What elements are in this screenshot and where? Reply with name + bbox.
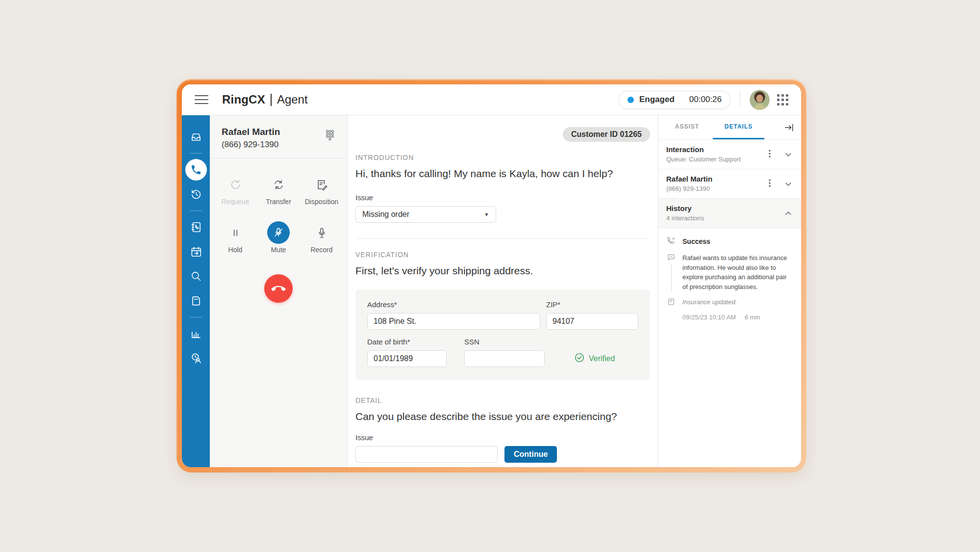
avatar[interactable] (750, 90, 770, 110)
hangup-icon (271, 281, 286, 296)
history-timeline: Success Rafael wants to update his insur… (658, 228, 801, 321)
transfer-button[interactable]: Transfer (257, 173, 300, 206)
calendar-export-icon (190, 245, 202, 258)
ssn-input[interactable] (464, 350, 545, 367)
introduction-section-label: INTRODUCTION (355, 154, 650, 161)
app-name: RingCX (222, 93, 265, 106)
phone-icon (190, 164, 202, 176)
status-timer: 00:00:26 (689, 95, 722, 105)
verification-script: First, let's verify your shipping addres… (355, 265, 650, 277)
contact-chevron-down-icon[interactable] (783, 179, 793, 189)
sidebar-item-schedule[interactable] (185, 241, 207, 263)
right-panel: ASSIST DETAILS Interaction Queue: Custom… (658, 115, 801, 467)
app-header: RingCX Agent Engaged 00:00:26 (182, 84, 801, 115)
issue-select-value: Missing order (362, 210, 409, 219)
timeline-line (671, 264, 672, 291)
hangup-button[interactable] (264, 274, 293, 303)
app-body: Rafael Martin (866) 929-1390 (182, 115, 801, 467)
disposition-button[interactable]: Disposition (300, 173, 343, 206)
select-caret-icon: ▼ (484, 211, 489, 217)
tab-assist[interactable]: ASSIST (661, 115, 713, 139)
sidebar-item-search[interactable] (185, 265, 207, 287)
requeue-icon (229, 173, 242, 196)
app-logo: RingCX Agent (222, 93, 308, 106)
disposition-label: Disposition (305, 198, 338, 206)
hold-label: Hold (228, 246, 243, 254)
inbox-icon (190, 131, 202, 143)
note-icon (667, 297, 676, 306)
record-button[interactable]: Record (300, 221, 343, 254)
call-contact-header: Rafael Martin (866) 929-1390 (210, 115, 347, 158)
history-section-header[interactable]: History 4 interactions (658, 198, 801, 228)
continue-button[interactable]: Continue (504, 446, 557, 463)
record-label: Record (310, 246, 332, 254)
interaction-chevron-down-icon[interactable] (783, 150, 793, 159)
sidebar-item-contacts[interactable] (185, 216, 207, 238)
app-window: RingCX Agent Engaged 00:00:26 (182, 84, 801, 467)
hold-icon (229, 221, 242, 244)
history-duration: 6 min (745, 314, 760, 321)
requeue-button[interactable]: Requeue (214, 173, 257, 206)
contact-phone: (866) 929-1390 (222, 140, 335, 150)
sidebar-item-inbox[interactable] (185, 126, 207, 148)
detail-section-label: DETAIL (355, 396, 650, 404)
transfer-icon (272, 173, 285, 196)
main-content: Customer ID 01265 INTRODUCTION Hi, thank… (348, 115, 658, 467)
interaction-queue: Queue: Customer Support (666, 156, 793, 163)
sidebar-divider (190, 317, 202, 317)
verified-status: Verified (574, 338, 615, 367)
record-icon (315, 221, 328, 244)
detail-issue-input[interactable] (355, 446, 498, 463)
zip-label: ZIP* (546, 300, 638, 309)
app-mode: Agent (277, 93, 308, 106)
apps-grid-icon[interactable] (777, 94, 788, 105)
zip-input[interactable] (546, 313, 638, 330)
logo-separator (271, 94, 272, 106)
sidebar-item-agent-status[interactable] (185, 347, 207, 369)
dob-input[interactable] (367, 350, 447, 367)
interaction-kebab-icon[interactable] (766, 149, 774, 160)
bar-chart-icon (190, 327, 202, 340)
header-divider (740, 92, 740, 107)
sidebar (182, 115, 210, 467)
verification-section-label: VERIFICATION (355, 251, 650, 259)
history-chevron-up-icon[interactable] (783, 209, 793, 218)
contact-kebab-icon[interactable] (766, 179, 774, 189)
history-summary-row: Rafael wants to update his insurance inf… (666, 253, 793, 291)
mute-button[interactable]: Mute (257, 221, 300, 254)
history-clock-icon (190, 188, 202, 201)
status-label: Engaged (639, 95, 675, 105)
call-success-icon (666, 237, 677, 246)
agent-status-pill[interactable]: Engaged 00:00:26 (619, 91, 730, 109)
sidebar-item-calls[interactable] (185, 159, 207, 181)
ssn-label: SSN (464, 338, 545, 346)
interaction-section: Interaction Queue: Customer Support (658, 139, 801, 169)
status-dot-icon (628, 97, 634, 103)
history-title: History (666, 204, 793, 212)
interaction-title: Interaction (666, 145, 793, 154)
message-icon (667, 253, 676, 262)
hold-button[interactable]: Hold (214, 221, 257, 254)
call-panel: Rafael Martin (866) 929-1390 (210, 115, 348, 467)
call-controls: Requeue Transfer (210, 173, 347, 254)
contact-section: Rafael Martin (866) 929-1390 (658, 169, 801, 198)
sidebar-item-analytics[interactable] (185, 323, 207, 344)
introduction-script: Hi, thanks for calling! My name is Kayla… (355, 168, 650, 180)
contact-name: Rafael Martin (222, 127, 335, 137)
customer-id-badge: Customer ID 01265 (563, 127, 650, 142)
verified-label: Verified (589, 354, 615, 363)
history-timestamp-row: 09/25/23 10:10 AM 6 min (666, 314, 793, 321)
hamburger-menu-icon[interactable] (195, 95, 208, 104)
sidebar-divider (190, 153, 202, 154)
sidebar-item-notes[interactable] (185, 290, 207, 312)
history-result-row: Success (666, 237, 793, 246)
address-input[interactable] (367, 313, 540, 330)
history-result: Success (682, 237, 793, 245)
sidebar-item-history[interactable] (185, 184, 207, 205)
dialpad-icon[interactable] (324, 128, 336, 141)
header-right: Engaged 00:00:26 (619, 90, 788, 110)
tab-details[interactable]: DETAILS (713, 115, 764, 139)
issue-select[interactable]: Missing order ▼ (355, 206, 496, 223)
collapse-panel-icon[interactable] (783, 115, 794, 139)
detail-issue-label: Issue (355, 433, 650, 442)
